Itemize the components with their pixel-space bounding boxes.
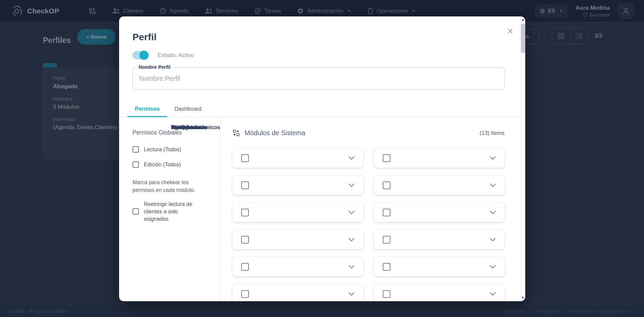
tab-dashboard[interactable]: Dashboard [167,101,209,117]
modules-grid: Sub procesos Clientes Configuración [232,148,504,301]
module-checkbox[interactable] [241,209,249,216]
nombre-perfil-input[interactable] [132,67,505,90]
module-card[interactable]: Agenda [232,257,363,276]
grid-icon [232,129,240,137]
status-label: Estado: Activo [158,52,194,59]
tab-permisos[interactable]: Permisos [127,101,167,117]
module-checkbox[interactable] [241,290,249,298]
scroll-down-arrow-icon[interactable] [522,297,524,299]
permissions-note: Marca para chekear los permisos en cada … [132,178,209,194]
chevron-down-icon[interactable] [348,156,355,160]
items-count: (13) Items [480,130,504,136]
modal-title: Perfil [132,32,157,43]
chevron-down-icon[interactable] [348,211,355,214]
checkbox-row-lectura[interactable]: Lectura (Todos) [132,146,213,153]
module-checkbox[interactable] [241,263,249,271]
modules-pane: Módulos de Sistema (13) Items Sub proces… [221,117,521,301]
modal-scrollbar[interactable] [521,16,525,301]
module-card[interactable]: Historial [374,203,505,222]
lectura-checkbox[interactable] [132,146,139,153]
modal-body: Permisos Globales Lectura (Todos) Edició… [119,117,521,301]
chevron-down-icon[interactable] [348,265,355,269]
module-card[interactable]: Tareas [232,284,363,301]
module-card[interactable]: Configuración [232,175,363,195]
module-card[interactable]: Procesos [232,230,363,249]
module-checkbox[interactable] [383,209,390,216]
module-card[interactable]: Sub procesos [232,148,363,168]
nombre-perfil-label: Nombre Perfil [137,64,172,70]
module-card[interactable]: Campos dinámicos [374,175,505,195]
module-checkbox[interactable] [241,181,249,189]
perfil-modal: × Perfil Estado: Activo Nombre Perfil Pe… [119,16,525,301]
chevron-down-icon[interactable] [348,183,355,187]
status-toggle-row: Estado: Activo [132,51,194,59]
module-checkbox[interactable] [383,236,390,244]
edicion-checkbox[interactable] [132,161,139,168]
chevron-down-icon[interactable] [490,265,496,269]
module-card[interactable]: Servicios [374,257,505,276]
module-card[interactable]: Clientes [374,148,505,168]
module-checkbox[interactable] [383,154,390,162]
scroll-up-arrow-icon[interactable] [522,19,524,21]
module-checkbox[interactable] [241,236,249,244]
toggle-knob [140,51,149,60]
global-permissions-pane: Permisos Globales Lectura (Todos) Edició… [119,117,221,301]
checkbox-row-edicion[interactable]: Edición (Todos) [132,161,213,168]
module-checkbox[interactable] [383,290,390,298]
module-checkbox[interactable] [383,263,390,271]
module-card[interactable]: Formularios [232,203,363,222]
name-field-wrap: Nombre Perfil [132,67,505,90]
module-card[interactable]: Usuarios [374,284,505,301]
module-card[interactable]: Perfiles [374,230,505,249]
modules-header: Módulos de Sistema (13) Items [232,129,504,137]
status-toggle[interactable] [132,51,148,59]
module-checkbox[interactable] [241,154,249,162]
chevron-down-icon[interactable] [348,238,355,242]
close-icon[interactable]: × [507,26,513,36]
chevron-down-icon[interactable] [490,183,496,187]
modules-title: Módulos de Sistema [245,129,305,137]
modal-tabs: Permisos Dashboard [119,101,525,117]
chevron-down-icon[interactable] [348,292,355,296]
scrollbar-thumb[interactable] [521,24,525,53]
chevron-down-icon[interactable] [490,156,496,160]
restrict-checkbox[interactable] [132,208,139,215]
chevron-down-icon[interactable] [490,292,496,296]
chevron-down-icon[interactable] [490,238,496,242]
chevron-down-icon[interactable] [490,211,496,214]
checkbox-row-restrict[interactable]: Reetringir lectura de clientes a solo as… [132,201,213,222]
app-root: CheckOP Clientes [0,0,644,317]
module-checkbox[interactable] [383,181,390,189]
